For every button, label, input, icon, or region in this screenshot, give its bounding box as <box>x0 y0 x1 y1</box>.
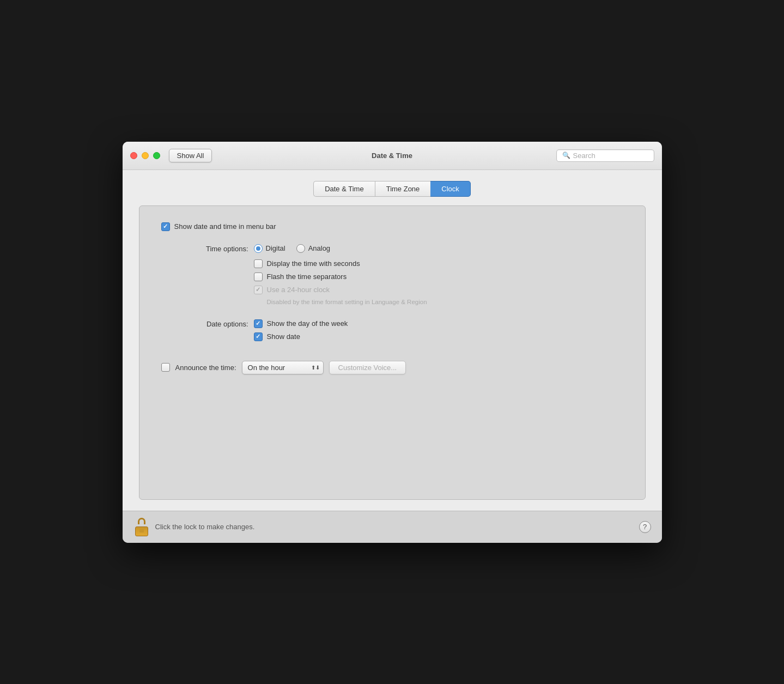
date-options-controls: Show the day of the week Show date <box>248 319 623 346</box>
lock-icon[interactable] <box>133 518 150 536</box>
traffic-lights <box>130 152 160 159</box>
show-all-button[interactable]: Show All <box>169 149 212 162</box>
window-footer: Click the lock to make changes. ? <box>123 511 662 543</box>
maximize-button[interactable] <box>153 152 160 159</box>
show-datetime-row: Show date and time in menu bar <box>161 222 623 231</box>
lock-shackle <box>138 518 145 524</box>
lock-body <box>135 526 148 536</box>
announce-checkbox[interactable] <box>161 363 170 372</box>
announce-label: Announce the time: <box>175 364 236 372</box>
search-icon: 🔍 <box>562 152 570 159</box>
display-seconds-checkbox[interactable] <box>254 259 263 268</box>
radio-row: Digital Analog <box>254 244 623 253</box>
analog-radio[interactable] <box>296 244 305 253</box>
show-date-label: Show date <box>267 332 300 341</box>
use-24hr-label: Use a 24-hour clock <box>267 286 330 294</box>
date-options-section: Date options: Show the day of the week S… <box>161 319 623 346</box>
flash-separators-label: Flash the time separators <box>267 273 347 281</box>
window-title: Date & Time <box>372 152 412 160</box>
main-window: Show All Date & Time 🔍 Date & Time Time … <box>123 142 662 543</box>
search-input[interactable] <box>573 152 648 160</box>
show-datetime-checkbox[interactable] <box>161 222 170 231</box>
announce-select-wrapper: On the hour Every 30 minutes Every 15 mi… <box>242 361 324 374</box>
content-panel: Show date and time in menu bar Time opti… <box>139 205 646 500</box>
show-date-row: Show date <box>254 332 623 341</box>
use-24hr-row: Use a 24-hour clock <box>254 286 623 294</box>
show-day-checkbox[interactable] <box>254 319 263 328</box>
customize-voice-button[interactable]: Customize Voice... <box>329 361 406 374</box>
display-seconds-row: Display the time with seconds <box>254 259 623 268</box>
tabs-container: Date & Time Time Zone Clock <box>139 181 646 197</box>
time-options-controls: Digital Analog Display the time with sec… <box>248 244 623 307</box>
announce-select[interactable]: On the hour Every 30 minutes Every 15 mi… <box>242 361 324 374</box>
tab-time-zone[interactable]: Time Zone <box>375 181 431 197</box>
close-button[interactable] <box>130 152 137 159</box>
analog-radio-option[interactable]: Analog <box>296 244 330 253</box>
display-seconds-label: Display the time with seconds <box>267 259 360 268</box>
show-day-row: Show the day of the week <box>254 319 623 328</box>
search-box: 🔍 <box>556 149 654 162</box>
titlebar: Show All Date & Time 🔍 <box>123 142 662 170</box>
show-datetime-label: Show date and time in menu bar <box>174 222 276 231</box>
window-body: Date & Time Time Zone Clock Show date an… <box>123 170 662 511</box>
show-date-checkbox[interactable] <box>254 332 263 341</box>
use-24hr-note: Disabled by the time format setting in L… <box>267 299 623 305</box>
help-button[interactable]: ? <box>639 521 651 533</box>
flash-separators-checkbox[interactable] <box>254 273 263 281</box>
digital-label: Digital <box>266 244 285 252</box>
time-options-label: Time options: <box>161 244 248 307</box>
time-options-section: Time options: Digital Analog <box>161 244 623 307</box>
digital-radio[interactable] <box>254 244 263 253</box>
use-24hr-checkbox[interactable] <box>254 286 263 294</box>
tab-date-time[interactable]: Date & Time <box>313 181 375 197</box>
flash-separators-row: Flash the time separators <box>254 273 623 281</box>
announce-section: Announce the time: On the hour Every 30 … <box>161 361 623 374</box>
lock-text: Click the lock to make changes. <box>155 523 255 531</box>
date-options-label: Date options: <box>161 319 248 346</box>
analog-label: Analog <box>308 244 330 252</box>
minimize-button[interactable] <box>142 152 149 159</box>
digital-radio-option[interactable]: Digital <box>254 244 285 253</box>
show-day-label: Show the day of the week <box>267 319 348 328</box>
tab-clock[interactable]: Clock <box>430 181 471 197</box>
